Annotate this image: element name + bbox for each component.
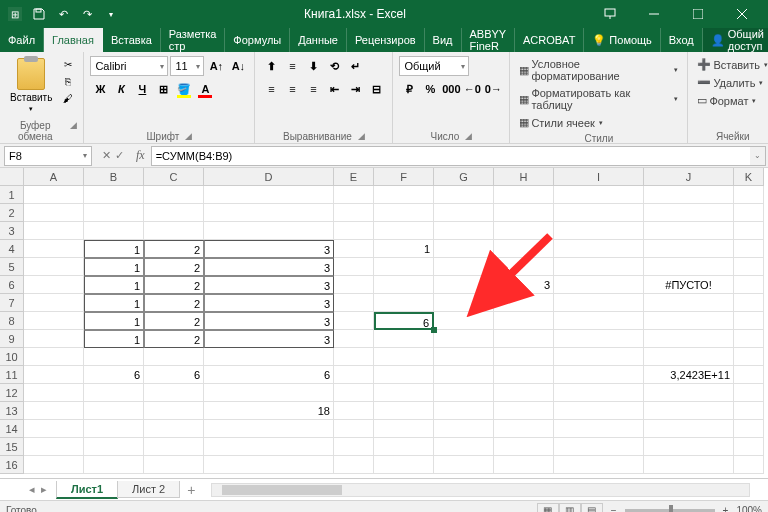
cell[interactable]: 3	[204, 276, 334, 294]
cell[interactable]	[554, 402, 644, 420]
cell-styles-button[interactable]: ▦Стили ячеек▾	[516, 114, 681, 131]
increase-decimal-icon[interactable]: ←0	[462, 79, 482, 99]
cell[interactable]	[204, 186, 334, 204]
row-header[interactable]: 13	[0, 402, 24, 420]
cell[interactable]: 1	[84, 330, 144, 348]
cell[interactable]	[734, 402, 764, 420]
column-header[interactable]: E	[334, 168, 374, 186]
cell[interactable]	[24, 294, 84, 312]
maximize-icon[interactable]	[676, 0, 720, 28]
cell[interactable]	[334, 384, 374, 402]
orientation-icon[interactable]: ⟲	[324, 56, 344, 76]
cell[interactable]	[144, 402, 204, 420]
view-normal-icon[interactable]: ▦	[537, 503, 559, 513]
cell[interactable]	[24, 366, 84, 384]
currency-icon[interactable]: ₽	[399, 79, 419, 99]
redo-icon[interactable]: ↷	[76, 3, 98, 25]
cell[interactable]	[84, 402, 144, 420]
minimize-icon[interactable]	[632, 0, 676, 28]
worksheet-grid[interactable]: ABCDEFGHIJK 12345678910111213141516 1231…	[0, 168, 768, 478]
cell[interactable]	[554, 276, 644, 294]
italic-button[interactable]: К	[111, 79, 131, 99]
tab-formulas[interactable]: Формулы	[225, 28, 290, 52]
cell[interactable]: 2	[144, 330, 204, 348]
cell[interactable]	[24, 222, 84, 240]
cell[interactable]	[434, 204, 494, 222]
cell[interactable]	[554, 384, 644, 402]
cell[interactable]	[554, 186, 644, 204]
cell[interactable]	[334, 402, 374, 420]
align-middle-icon[interactable]: ≡	[282, 56, 302, 76]
cell[interactable]	[334, 420, 374, 438]
tab-layout[interactable]: Разметка стр	[161, 28, 226, 52]
cell[interactable]	[644, 294, 734, 312]
align-center-icon[interactable]: ≡	[282, 79, 302, 99]
tab-help[interactable]: 💡Помощь	[584, 28, 661, 52]
column-header[interactable]: I	[554, 168, 644, 186]
cell[interactable]	[24, 204, 84, 222]
cell[interactable]	[644, 438, 734, 456]
cell[interactable]	[734, 348, 764, 366]
cell[interactable]	[734, 276, 764, 294]
column-header[interactable]: B	[84, 168, 144, 186]
number-launcher-icon[interactable]: ◢	[465, 131, 472, 142]
cell[interactable]	[144, 348, 204, 366]
qat-customize-icon[interactable]: ▾	[100, 3, 122, 25]
cell[interactable]: 18	[204, 402, 334, 420]
cell[interactable]	[554, 258, 644, 276]
cell[interactable]	[24, 240, 84, 258]
cell[interactable]	[734, 312, 764, 330]
cell[interactable]	[494, 420, 554, 438]
cell[interactable]	[24, 276, 84, 294]
cell[interactable]	[644, 204, 734, 222]
cell[interactable]	[734, 240, 764, 258]
copy-icon[interactable]: ⎘	[59, 73, 77, 89]
cell[interactable]	[374, 222, 434, 240]
cell[interactable]	[84, 420, 144, 438]
cell[interactable]	[434, 384, 494, 402]
tab-review[interactable]: Рецензиров	[347, 28, 425, 52]
zoom-in-icon[interactable]: +	[723, 505, 729, 512]
row-header[interactable]: 14	[0, 420, 24, 438]
zoom-out-icon[interactable]: −	[611, 505, 617, 512]
align-launcher-icon[interactable]: ◢	[358, 131, 365, 142]
cell[interactable]	[374, 384, 434, 402]
cell[interactable]	[24, 186, 84, 204]
tab-file[interactable]: Файл	[0, 28, 44, 52]
row-header[interactable]: 2	[0, 204, 24, 222]
cell[interactable]: 1	[84, 294, 144, 312]
cell[interactable]	[84, 384, 144, 402]
percent-icon[interactable]: %	[420, 79, 440, 99]
cell[interactable]	[334, 366, 374, 384]
cell[interactable]	[554, 438, 644, 456]
cell[interactable]	[554, 348, 644, 366]
cell[interactable]	[434, 456, 494, 474]
tab-data[interactable]: Данные	[290, 28, 347, 52]
sheet-tab-1[interactable]: Лист1	[56, 481, 118, 499]
cell[interactable]	[84, 456, 144, 474]
cell[interactable]	[144, 384, 204, 402]
cell[interactable]	[734, 456, 764, 474]
tab-acrobat[interactable]: ACROBAT	[515, 28, 584, 52]
font-name-combo[interactable]: Calibri	[90, 56, 168, 76]
cell[interactable]	[374, 294, 434, 312]
cell[interactable]	[734, 222, 764, 240]
cell[interactable]	[644, 222, 734, 240]
cell[interactable]	[494, 186, 554, 204]
cell[interactable]	[734, 420, 764, 438]
cell[interactable]	[334, 204, 374, 222]
cell[interactable]	[374, 402, 434, 420]
cell[interactable]	[374, 204, 434, 222]
comma-icon[interactable]: 000	[441, 79, 461, 99]
fill-color-icon[interactable]: 🪣	[174, 79, 194, 99]
cell[interactable]	[554, 294, 644, 312]
bold-button[interactable]: Ж	[90, 79, 110, 99]
cell[interactable]	[374, 438, 434, 456]
close-icon[interactable]	[720, 0, 764, 28]
cell[interactable]	[644, 456, 734, 474]
row-header[interactable]: 5	[0, 258, 24, 276]
cell[interactable]	[434, 330, 494, 348]
cell[interactable]	[24, 456, 84, 474]
cell[interactable]	[494, 330, 554, 348]
save-icon[interactable]	[28, 3, 50, 25]
